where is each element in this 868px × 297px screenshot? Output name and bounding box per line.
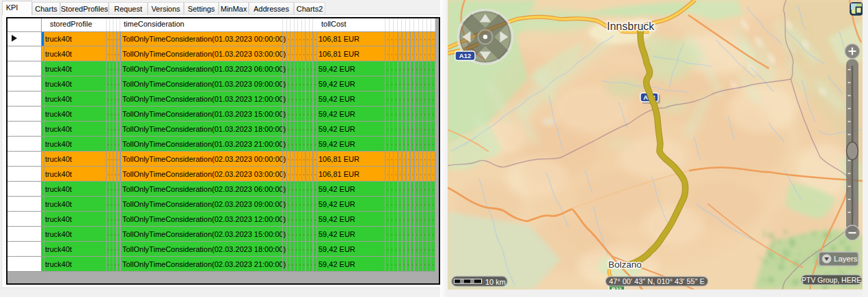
svg-text:Layers: Layers	[834, 255, 858, 263]
svg-text:10 km: 10 km	[485, 278, 506, 286]
svg-text:47° 00′ 43″ N, 010° 43′ 55″ E: 47° 00′ 43″ N, 010° 43′ 55″ E	[609, 277, 705, 285]
svg-text:PTV Group, HERE: PTV Group, HERE	[802, 276, 862, 284]
svg-text:Bolzano: Bolzano	[608, 259, 642, 270]
svg-text:Innsbruck: Innsbruck	[607, 20, 655, 32]
svg-text:A12: A12	[459, 52, 471, 59]
